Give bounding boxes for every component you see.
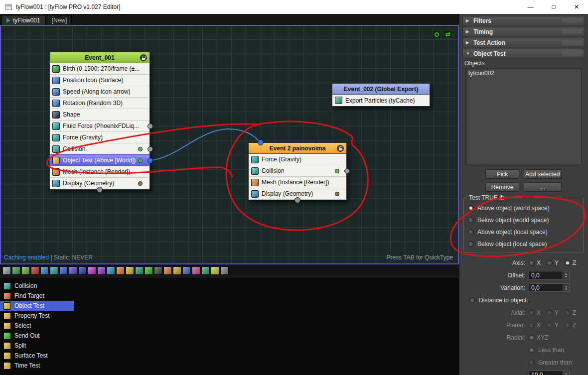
spinner-arrows-icon[interactable]: ▲▼: [563, 284, 569, 291]
display-toggle-dot[interactable]: [138, 147, 143, 151]
radio-distance-to-object[interactable]: [469, 297, 475, 303]
simulation-toggle-icon[interactable]: [432, 30, 441, 39]
radio-z[interactable]: [565, 322, 571, 328]
depot-icon-9[interactable]: [78, 266, 87, 275]
radio-x[interactable]: [529, 322, 535, 328]
depot-icon-4[interactable]: [31, 266, 39, 275]
spinner-arrows-icon[interactable]: ▲▼: [563, 271, 569, 279]
padlock-icon[interactable]: [337, 145, 344, 152]
operator-birth-0-1500-270-frame[interactable]: Birth (0-1500: 270/frame (±...: [50, 63, 149, 75]
operator-position-icon-surface[interactable]: Position Icon (Surface): [50, 75, 149, 86]
depot-icon-21[interactable]: [192, 266, 200, 275]
depot-icon-14[interactable]: [126, 266, 134, 275]
radio-y[interactable]: [547, 322, 553, 328]
radio-z[interactable]: [565, 260, 571, 266]
operator-force-gravity[interactable]: Force (Gravity): [249, 154, 346, 165]
depot-icon-17[interactable]: [154, 266, 162, 275]
radio-xyz[interactable]: [529, 335, 535, 341]
operator-list-item-find-target[interactable]: Find Target: [0, 291, 74, 301]
node-header[interactable]: Event_002 (Global Export): [332, 84, 430, 95]
tab-new[interactable]: [New]: [47, 15, 72, 25]
radio-below-object-world-space[interactable]: [468, 217, 474, 223]
display-toggle-dot[interactable]: [335, 169, 339, 173]
depot-icon-22[interactable]: [201, 266, 210, 275]
display-toggle-dot[interactable]: [335, 192, 339, 196]
remove-button[interactable]: Remove: [485, 182, 519, 192]
spinner-item[interactable]: 10,0▲▼: [529, 371, 570, 375]
operator-export-particles-tycache[interactable]: Export Particles (tyCache): [332, 95, 430, 106]
depot-icon-6[interactable]: [50, 266, 58, 275]
depot-icon-5[interactable]: [40, 266, 49, 275]
minimize-button[interactable]: —: [519, 0, 542, 14]
operator-list-item-time-test[interactable]: Time Test: [0, 361, 74, 371]
operator-speed-along-icon-arrow[interactable]: Speed (Along icon arrow): [50, 86, 149, 98]
depot-icon-7[interactable]: [59, 266, 68, 275]
operator-collision[interactable]: Collision: [50, 143, 149, 155]
depot-icon-12[interactable]: [107, 266, 115, 275]
add-selected-button[interactable]: Add selected: [524, 169, 562, 179]
display-toggle-dot[interactable]: [138, 158, 143, 163]
depot-icon-1[interactable]: [2, 266, 11, 275]
node-canvas[interactable]: ⇄ Caching enabled | Static: NEVER Press …: [0, 25, 459, 264]
operator-list-item-surface-test[interactable]: Surface Test: [0, 351, 74, 361]
radio-less-than[interactable]: [529, 347, 535, 353]
operator-mesh-instance-render[interactable]: Mesh (Instance [Render]): [249, 177, 346, 188]
radio-y[interactable]: [547, 260, 553, 266]
radio-below-object-local-space[interactable]: [468, 241, 474, 247]
tab-tyflow001[interactable]: tyFlow001: [1, 15, 45, 25]
depot-icon-20[interactable]: [182, 266, 191, 275]
pick-button[interactable]: Pick: [485, 169, 519, 179]
output-port[interactable]: [147, 146, 153, 152]
event-output-port[interactable]: [97, 187, 103, 193]
display-toggle-dot[interactable]: [138, 181, 143, 186]
radio-greater-than[interactable]: [529, 360, 535, 366]
node-header[interactable]: Event 2 painovoima: [249, 143, 346, 154]
radio-z[interactable]: [565, 310, 571, 316]
operator-fluid-force-phoenixfdliq[interactable]: Fluid Force (PhoenixFDLiq...: [50, 121, 149, 132]
radio-above-object-world-space[interactable]: [468, 205, 474, 211]
radio-x[interactable]: [529, 310, 535, 316]
depot-icon-2[interactable]: [12, 266, 20, 275]
output-port[interactable]: [147, 124, 153, 129]
radio-y[interactable]: [547, 310, 553, 316]
objects-list[interactable]: tyIcon002: [465, 68, 582, 165]
operator-object-test-above-world[interactable]: Object Test (Above [World]): [50, 155, 149, 166]
depot-icon-3[interactable]: [21, 266, 30, 275]
operator-list-item-send-out[interactable]: Send Out: [0, 331, 74, 341]
operator-mesh-instance-render[interactable]: Mesh (Instance [Render]): [50, 166, 149, 178]
close-button[interactable]: ✕: [565, 0, 588, 14]
depot-icon-10[interactable]: [88, 266, 96, 275]
depot-icon-8[interactable]: [69, 266, 77, 275]
depot-icon-11[interactable]: [97, 266, 106, 275]
spinner-arrows-icon[interactable]: ▲▼: [563, 371, 569, 375]
depot-icon-18[interactable]: [163, 266, 172, 275]
maximize-button[interactable]: □: [542, 0, 565, 14]
refresh-icon[interactable]: ⇄: [443, 30, 452, 39]
rollout-object-test[interactable]: ▼Object Test: [462, 49, 585, 58]
operator-shape[interactable]: Shape: [50, 109, 149, 121]
node-event-002[interactable]: Event_002 (Global Export)Export Particle…: [332, 83, 430, 107]
rollout-filters[interactable]: ▶Filters: [462, 16, 585, 25]
spinner-variation[interactable]: 0,0▲▼: [529, 283, 570, 292]
padlock-icon[interactable]: [140, 54, 147, 61]
operator-force-gravity[interactable]: Force (Gravity): [50, 132, 149, 143]
depot-icon-24[interactable]: [220, 266, 229, 275]
depot-icon-19[interactable]: [173, 266, 181, 275]
operator-list-item-split[interactable]: Split: [0, 341, 74, 351]
operator-list-item-property-test[interactable]: Property Test: [0, 311, 74, 321]
node-header[interactable]: Event_001: [50, 52, 149, 63]
output-port[interactable]: [147, 158, 153, 163]
depot-icon-16[interactable]: [145, 266, 153, 275]
rollout-test-action[interactable]: ▶Test Action: [462, 38, 585, 47]
depot-icon-13[interactable]: [116, 266, 125, 275]
operator-collision[interactable]: Collision: [249, 165, 346, 177]
operator-list-item-collision[interactable]: Collision: [0, 281, 74, 291]
depot-icon-23[interactable]: [211, 266, 219, 275]
radio-x[interactable]: [529, 260, 535, 266]
event-input-port[interactable]: [258, 139, 264, 145]
object-list-item[interactable]: tyIcon002: [468, 70, 579, 78]
rollout-timing[interactable]: ▶Timing: [462, 27, 585, 36]
event-output-port[interactable]: [294, 197, 300, 203]
more-button[interactable]: ...: [524, 182, 562, 192]
depot-icon-15[interactable]: [135, 266, 144, 275]
